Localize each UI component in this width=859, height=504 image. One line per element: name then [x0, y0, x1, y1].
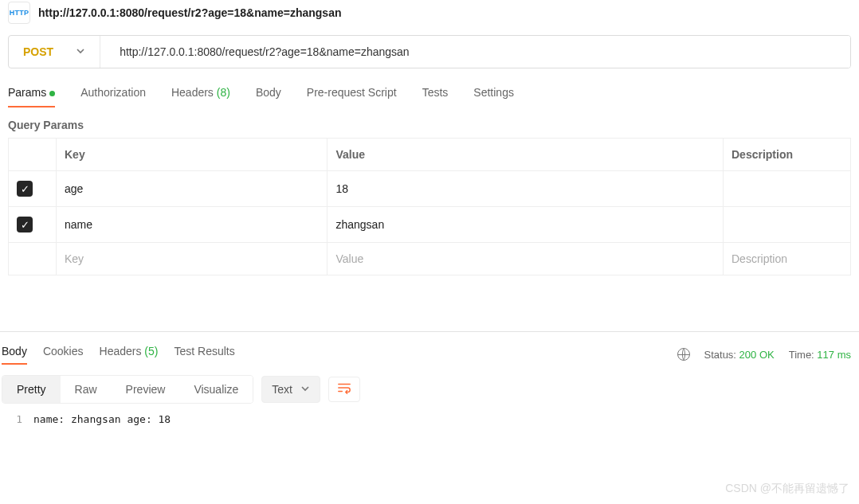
request-tabs: Params Authorization Headers (8) Body Pr… [0, 68, 859, 107]
param-value-cell[interactable]: zhangsan [328, 207, 724, 243]
http-method-label: POST [23, 45, 53, 58]
response-meta: Status: 200 OK Time: 117 ms [677, 348, 851, 361]
view-visualize-button[interactable]: Visualize [179, 376, 253, 403]
wrap-lines-button[interactable] [328, 377, 360, 402]
tab-headers-label: Headers [171, 86, 214, 99]
http-method-select[interactable]: POST [9, 36, 100, 68]
param-description-placeholder[interactable]: Description [724, 243, 851, 275]
view-raw-button[interactable]: Raw [61, 376, 112, 403]
row-checkbox[interactable]: ✓ [17, 181, 33, 197]
query-params-title: Query Params [0, 107, 859, 138]
tab-headers[interactable]: Headers (8) [171, 86, 230, 107]
line-number: 1 [13, 413, 33, 425]
param-value-placeholder[interactable]: Value [328, 243, 724, 275]
view-pretty-button[interactable]: Pretty [2, 376, 61, 403]
tab-params[interactable]: Params [8, 86, 55, 107]
response-type-select[interactable]: Text [261, 376, 320, 403]
response-tab-body[interactable]: Body [2, 345, 27, 364]
tab-pre-request-script[interactable]: Pre-request Script [307, 86, 397, 107]
query-params-table: Key Value Description ✓ age 18 ✓ name zh… [8, 138, 851, 275]
tab-headers-count: (8) [217, 86, 230, 99]
column-toggle [9, 139, 57, 171]
status-value: 200 OK [739, 349, 775, 361]
view-preview-button[interactable]: Preview [112, 376, 180, 403]
param-key-placeholder[interactable]: Key [57, 243, 328, 275]
table-row: ✓ age 18 [9, 171, 851, 207]
param-description-cell[interactable] [724, 207, 851, 243]
http-icon: HTTP [8, 2, 30, 24]
response-tab-cookies[interactable]: Cookies [43, 345, 84, 364]
time-value: 117 ms [817, 349, 851, 361]
param-value-cell[interactable]: 18 [328, 171, 724, 207]
tab-authorization[interactable]: Authorization [80, 86, 146, 107]
watermark: CSDN @不能再留遗憾了 [725, 482, 849, 496]
response-tab-headers-count: (5) [144, 345, 158, 357]
param-description-cell[interactable] [724, 171, 851, 207]
params-active-dot-icon [49, 91, 55, 96]
param-key-cell[interactable]: age [57, 171, 328, 207]
chevron-down-icon [300, 383, 310, 396]
time-label: Time: [789, 349, 814, 361]
tab-params-label: Params [8, 86, 46, 99]
tab-settings[interactable]: Settings [473, 86, 514, 107]
response-type-label: Text [272, 383, 292, 396]
tab-tests[interactable]: Tests [422, 86, 449, 107]
globe-icon[interactable] [677, 348, 690, 361]
response-tab-headers-label: Headers [100, 345, 142, 357]
row-checkbox[interactable]: ✓ [17, 217, 33, 232]
tab-body[interactable]: Body [256, 86, 281, 107]
response-tab-test-results[interactable]: Test Results [174, 345, 234, 364]
status-label: Status: [704, 349, 736, 361]
table-row-new[interactable]: Key Value Description [9, 243, 851, 275]
chevron-down-icon [76, 45, 85, 58]
request-title: http://127.0.0.1:8080/request/r2?age=18&… [38, 6, 342, 19]
response-body-area[interactable]: 1 name: zhangsan age: 18 [0, 408, 859, 425]
response-toolbar: Pretty Raw Preview Visualize Text [0, 364, 859, 408]
response-tab-headers[interactable]: Headers (5) [100, 345, 159, 364]
column-key: Key [57, 139, 328, 171]
table-row: ✓ name zhangsan [9, 207, 851, 243]
column-value: Value [328, 139, 724, 171]
response-tabs: Body Cookies Headers (5) Test Results [0, 345, 235, 364]
param-key-cell[interactable]: name [57, 207, 328, 243]
column-description: Description [724, 139, 851, 171]
request-url-input[interactable] [100, 36, 850, 68]
response-body-line: name: zhangsan age: 18 [33, 413, 171, 425]
request-bar: POST [8, 35, 851, 68]
